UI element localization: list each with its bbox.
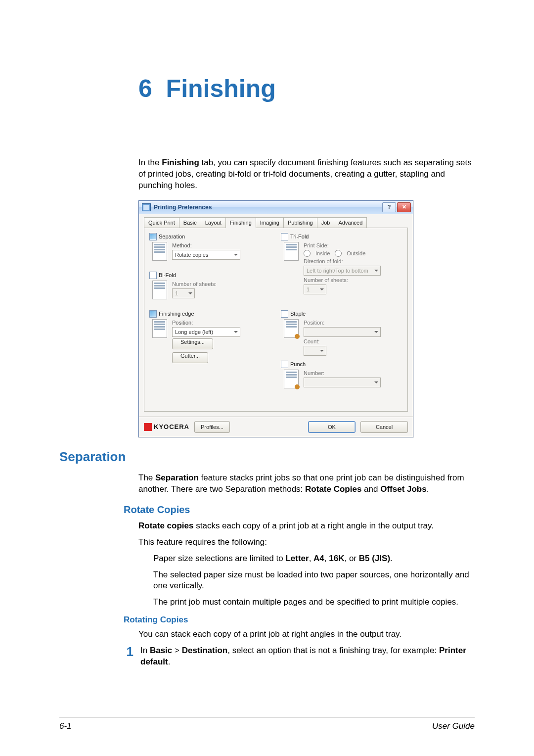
rotate-copies-bullets: Paper size selections are limited to Let… — [153, 553, 475, 609]
print-side-label: Print Side: — [304, 242, 402, 248]
cancel-button[interactable]: Cancel — [360, 421, 408, 433]
bifold-thumbnail-icon — [152, 281, 167, 299]
t: The — [138, 473, 155, 482]
tab-quick-print[interactable]: Quick Print — [144, 217, 179, 228]
step-1-text: In Basic > Destination, select an option… — [140, 645, 475, 668]
tab-imaging[interactable]: Imaging — [256, 217, 284, 228]
separation-heading: Separation — [59, 449, 475, 465]
staple-position-dropdown[interactable] — [304, 327, 381, 337]
finishing-edge-label: Finishing edge — [159, 311, 194, 317]
settings-button[interactable]: Settings... — [172, 338, 213, 349]
inside-radio[interactable] — [304, 250, 311, 257]
bifold-checkbox[interactable] — [149, 272, 157, 279]
punch-label: Punch — [290, 361, 306, 367]
close-button[interactable]: ✕ — [397, 202, 411, 212]
bifold-sheets-dropdown[interactable]: 1 — [172, 288, 195, 298]
trifold-sheets-label: Number of sheets: — [304, 277, 402, 283]
tab-job[interactable]: Job — [317, 217, 335, 228]
staple-count-dropdown[interactable] — [304, 346, 326, 356]
bifold-group: Bi-Fold Number of sheets: 1 — [149, 272, 271, 307]
tab-basic[interactable]: Basic — [179, 217, 201, 228]
t: Separation — [155, 473, 199, 482]
t: Basic — [150, 646, 172, 655]
separation-paragraph: The Separation feature stacks print jobs… — [138, 472, 475, 495]
gutter-button[interactable]: Gutter... — [172, 352, 208, 363]
t: In — [140, 646, 150, 655]
t: Paper size selections are limited to — [153, 554, 285, 563]
trifold-group: Tri-Fold Print Side: Inside Outside Di — [281, 233, 402, 307]
titlebar: Printing Preferences ? ✕ — [139, 201, 413, 214]
method-dropdown[interactable]: Rotate copies — [172, 250, 240, 260]
rotate-copies-heading: Rotate Copies — [124, 504, 475, 516]
t: Rotate copies — [138, 521, 193, 530]
staple-checkbox[interactable] — [281, 310, 288, 318]
chapter-name: Finishing — [166, 75, 276, 102]
t: . — [390, 554, 393, 563]
outside-radio[interactable] — [335, 250, 342, 257]
t: . — [427, 484, 429, 494]
separation-checkbox[interactable] — [149, 233, 157, 240]
t: The selected paper size must be loaded i… — [153, 569, 475, 592]
trifold-thumbnail-icon — [284, 242, 299, 261]
staple-group: Staple Position: Count: — [281, 310, 402, 358]
inside-label: Inside — [315, 250, 330, 256]
trifold-sheets-dropdown[interactable]: 1 — [304, 284, 326, 294]
step-1-number: 1 — [124, 645, 134, 668]
kyocera-mark-icon — [144, 423, 152, 431]
t: 16K — [329, 554, 344, 563]
tab-page-finishing: Separation Method: Rotate copies — [144, 228, 408, 412]
t: , or — [344, 554, 358, 563]
rotating-copies-heading: Rotating Copies — [124, 615, 475, 625]
punch-checkbox[interactable] — [281, 361, 288, 368]
t: , select an option that is not a finishi… — [227, 646, 439, 655]
t: Letter — [285, 554, 309, 563]
trifold-label: Tri-Fold — [290, 234, 309, 239]
tab-strip: Quick Print Basic Layout Finishing Imagi… — [144, 217, 408, 228]
t: The print job must contain multiple page… — [153, 597, 475, 608]
position-dropdown[interactable]: Long edge (left) — [172, 327, 240, 337]
intro-text: In the — [138, 158, 162, 167]
rotate-copies-body: Rotate copies stacks each copy of a prin… — [138, 520, 475, 548]
help-button[interactable]: ? — [382, 202, 396, 212]
trifold-checkbox[interactable] — [281, 233, 288, 240]
intro-bold: Finishing — [162, 158, 199, 167]
direction-dropdown[interactable]: Left to right/Top to bottom — [304, 266, 381, 276]
rotating-copies-intro: You can stack each copy of a print job a… — [138, 629, 475, 640]
tab-layout[interactable]: Layout — [201, 217, 226, 228]
profiles-button[interactable]: Profiles... — [194, 421, 230, 433]
t: , — [324, 554, 329, 563]
t: You can stack each copy of a print job a… — [138, 629, 475, 640]
position-label: Position: — [172, 320, 271, 326]
tab-finishing[interactable]: Finishing — [225, 217, 256, 228]
kyocera-text: KYOCERA — [154, 423, 189, 430]
separation-label: Separation — [159, 234, 185, 239]
bifold-label: Bi-Fold — [159, 272, 176, 278]
tab-advanced[interactable]: Advanced — [334, 217, 367, 228]
t: stacks each copy of a print job at a rig… — [193, 521, 433, 530]
dialog-bottom-bar: KYOCERA Profiles... OK Cancel — [139, 417, 413, 437]
t: > — [172, 646, 181, 655]
dialog-screenshot: Printing Preferences ? ✕ Quick Print Bas… — [138, 200, 475, 437]
t: This feature requires the following: — [138, 537, 475, 548]
t: , — [309, 554, 313, 563]
method-label: Method: — [172, 242, 271, 248]
t: B5 (JIS) — [359, 554, 390, 563]
t: Rotate Copies — [305, 484, 361, 494]
finishing-edge-checkbox[interactable] — [149, 310, 157, 318]
punch-thumbnail-icon — [284, 370, 299, 388]
punch-number-label: Number: — [304, 370, 402, 376]
separation-thumbnail-icon — [152, 242, 167, 261]
printing-preferences-dialog: Printing Preferences ? ✕ Quick Print Bas… — [138, 200, 413, 437]
staple-label: Staple — [290, 311, 306, 317]
step-1: 1 In Basic > Destination, select an opti… — [124, 645, 475, 668]
chapter-title: 6 Finishing — [138, 74, 475, 103]
t: A4 — [313, 554, 324, 563]
chapter-number: 6 — [138, 75, 152, 102]
intro-paragraph: In the Finishing tab, you can specify do… — [138, 157, 475, 191]
page-number: 6-1 — [59, 721, 72, 731]
staple-position-label: Position: — [304, 320, 402, 326]
tab-publishing[interactable]: Publishing — [283, 217, 317, 228]
punch-number-dropdown[interactable] — [304, 378, 381, 387]
ok-button[interactable]: OK — [308, 421, 356, 433]
t: and — [361, 484, 380, 494]
